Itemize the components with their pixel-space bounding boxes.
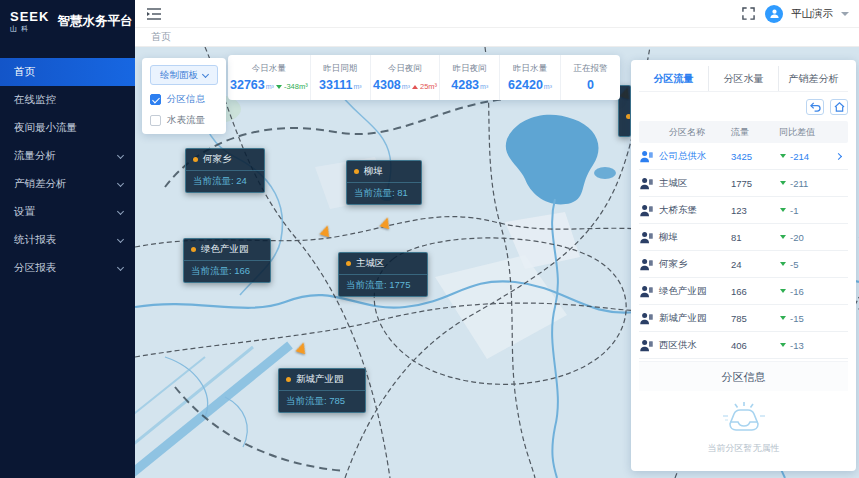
screen: SEEK 山科 智慧水务平台 首页 在线监控 夜间最小流量 流量分析 产销差分析… — [0, 0, 859, 478]
breadcrumb-item[interactable]: 首页 — [151, 30, 171, 44]
breadcrumb: 首页 — [135, 28, 859, 47]
sidebar-item-online-monitoring[interactable]: 在线监控 — [0, 86, 135, 114]
sidebar-item-settings[interactable]: 设置 — [0, 198, 135, 226]
layer-toggle-meter-flow[interactable]: 水表流量 — [150, 114, 218, 127]
stat-lastnight-volume: 昨日夜间 4283 m³ — [440, 55, 500, 100]
home-button[interactable] — [830, 99, 848, 115]
layer-label: 水表流量 — [167, 114, 205, 127]
sidebar-item-home[interactable]: 首页 — [0, 58, 135, 86]
popup-dot-icon — [193, 157, 198, 162]
partition-diff: -1 — [790, 205, 798, 216]
app-logo: SEEK 山科 智慧水务平台 — [0, 0, 135, 44]
stat-unit: m³ — [402, 83, 410, 90]
stat-active-alarms: 正在报警 0 — [561, 55, 620, 100]
collapse-sidebar-icon[interactable] — [145, 5, 163, 23]
partition-flow: 406 — [731, 340, 779, 351]
popup-flow-label: 当前流量: — [191, 265, 232, 276]
sidebar-item-label: 产销差分析 — [14, 177, 67, 191]
partition-name: 何家乡 — [659, 258, 688, 271]
tab-label: 产销差分析 — [789, 72, 839, 86]
map-popup-zhuchengqu[interactable]: 主城区 当前流量: 1775 — [338, 252, 428, 297]
table-row[interactable]: 新城产业园 785 -15 — [639, 305, 848, 332]
partition-flow: 3425 — [731, 151, 779, 162]
panel-tabs: 分区流量 分区水量 产销差分析 — [639, 66, 848, 92]
table-row[interactable]: 公司总供水 3425 -214 — [639, 143, 848, 170]
sidebar-item-label: 夜间最小流量 — [14, 121, 77, 135]
empty-state: 当前分区暂无属性 — [639, 391, 848, 465]
sidebar-item-nrw-analysis[interactable]: 产销差分析 — [0, 170, 135, 198]
partition-user-icon — [639, 257, 654, 272]
table-row[interactable]: 何家乡 24 -5 — [639, 251, 848, 278]
popup-dot-icon — [191, 247, 196, 252]
popup-flow-value: 1775 — [389, 279, 410, 290]
stat-tonight-volume: 今日夜间 4308 m³ 25m³ — [371, 55, 440, 100]
tab-label: 分区流量 — [654, 72, 694, 86]
fullscreen-icon[interactable] — [739, 5, 757, 23]
partition-diff: -214 — [790, 151, 809, 162]
draw-panel-button[interactable]: 绘制面板 — [150, 65, 218, 85]
checkbox-checked-icon[interactable] — [150, 94, 161, 105]
popup-dot-icon — [346, 261, 351, 266]
layer-label: 分区信息 — [167, 93, 205, 106]
partition-flow: 81 — [731, 232, 779, 243]
column-header-name: 分区名称 — [639, 126, 731, 139]
stat-value: 0 — [587, 78, 594, 92]
sidebar-item-night-min-flow[interactable]: 夜间最小流量 — [0, 114, 135, 142]
avatar[interactable] — [765, 5, 783, 23]
stat-label: 昨日夜间 — [453, 63, 487, 75]
tab-partition-flow[interactable]: 分区流量 — [639, 66, 709, 91]
stat-delta: -348m³ — [284, 82, 308, 91]
trend-down-icon — [780, 316, 786, 320]
panel-toolbar — [639, 92, 848, 121]
back-button[interactable] — [806, 99, 824, 115]
map-popup-hejiaxiang[interactable]: 何家乡 当前流量: 24 — [185, 148, 265, 193]
table-row[interactable]: 柳埠 81 -20 — [639, 224, 848, 251]
stat-unit: m³ — [480, 83, 488, 90]
table-row[interactable]: 绿色产业园 166 -16 — [639, 278, 848, 305]
partition-name: 绿色产业园 — [659, 285, 707, 298]
map-layer-control: 绘制面板 分区信息 水表流量 — [142, 58, 226, 134]
stat-label: 今日夜间 — [388, 63, 422, 75]
sidebar-item-statistics-report[interactable]: 统计报表 — [0, 226, 135, 254]
sidebar-item-label: 设置 — [14, 205, 35, 219]
username[interactable]: 平山演示 — [791, 7, 833, 21]
partition-name: 柳埠 — [659, 231, 678, 244]
tab-partition-volume[interactable]: 分区水量 — [709, 66, 779, 91]
table-header: 分区名称 流量 同比差值 — [639, 121, 848, 143]
map-popup-xincheng-chanyeyuan[interactable]: 新城产业园 当前流量: 785 — [278, 368, 366, 413]
stat-label: 今日水量 — [252, 63, 286, 75]
table-row[interactable]: 西区供水 406 -13 — [639, 332, 848, 359]
popup-name: 柳埠 — [364, 165, 383, 178]
partition-name: 主城区 — [659, 177, 688, 190]
user-menu-caret-icon[interactable] — [841, 12, 849, 16]
table-row[interactable]: 大桥东堡 123 -1 — [639, 197, 848, 224]
chevron-down-icon — [202, 70, 209, 77]
table-row[interactable]: 主城区 1775 -211 — [639, 170, 848, 197]
stat-unit: m³ — [544, 83, 552, 90]
partition-panel: 分区流量 分区水量 产销差分析 分区名称 流量 同比差值 公司总供水 3425 … — [631, 60, 856, 471]
column-header-diff: 同比差值 — [779, 126, 848, 139]
popup-flow-value: 785 — [329, 395, 345, 406]
stat-unit: m³ — [353, 83, 361, 90]
chevron-right-icon — [835, 152, 842, 159]
partition-diff: -15 — [790, 313, 804, 324]
layer-toggle-partition-info[interactable]: 分区信息 — [150, 93, 218, 106]
popup-name: 绿色产业园 — [201, 243, 249, 256]
sidebar-item-flow-analysis[interactable]: 流量分析 — [0, 142, 135, 170]
partition-diff: -5 — [790, 259, 798, 270]
column-header-flow: 流量 — [731, 126, 779, 139]
stat-yesterday-same-period: 昨日同期 33111 m³ — [311, 55, 371, 100]
top-header: 平山演示 — [135, 0, 859, 28]
checkbox-unchecked-icon[interactable] — [150, 115, 161, 126]
partition-flow: 166 — [731, 286, 779, 297]
chevron-down-icon — [117, 235, 124, 242]
partition-user-icon — [639, 203, 654, 218]
map-popup-lvse-chanyeyuan[interactable]: 绿色产业园 当前流量: 166 — [183, 238, 271, 283]
sidebar-item-label: 首页 — [14, 65, 35, 79]
map-popup-liubu[interactable]: 柳埠 当前流量: 81 — [346, 160, 422, 205]
tab-nrw-analysis[interactable]: 产销差分析 — [779, 66, 848, 91]
sidebar-item-partition-report[interactable]: 分区报表 — [0, 254, 135, 282]
partition-name: 西区供水 — [659, 339, 697, 352]
trend-down-icon — [780, 181, 786, 185]
stat-yesterday-volume: 昨日水量 62420 m³ — [500, 55, 560, 100]
